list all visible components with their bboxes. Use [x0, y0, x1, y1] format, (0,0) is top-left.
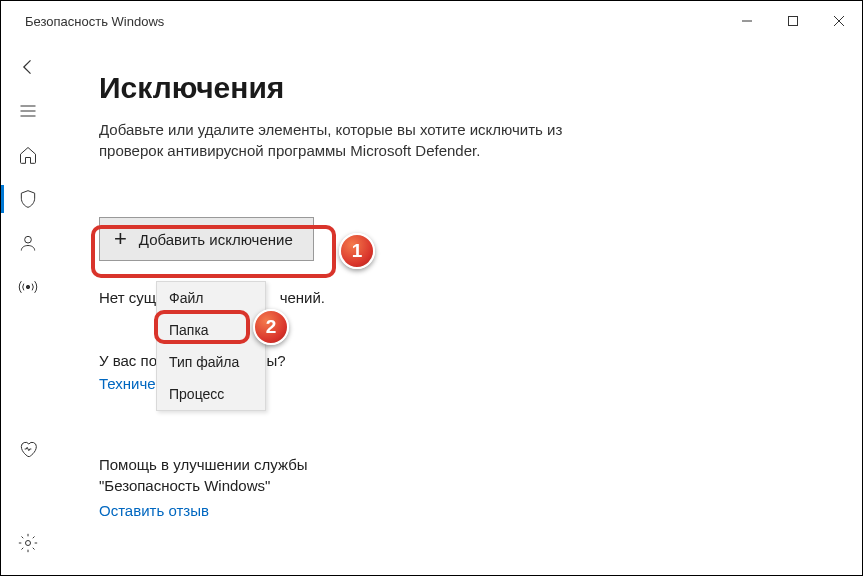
wifi-icon	[18, 277, 38, 297]
add-exclusion-button[interactable]: + Добавить исключение	[99, 217, 314, 261]
sidebar	[1, 41, 55, 575]
shield-icon	[18, 189, 38, 209]
close-button[interactable]	[816, 1, 862, 41]
sidebar-gap	[1, 309, 55, 427]
sidebar-health[interactable]	[1, 427, 55, 471]
annotation-marker-1: 1	[339, 233, 375, 269]
back-arrow-icon	[18, 57, 38, 77]
back-button[interactable]	[1, 45, 55, 89]
sidebar-home[interactable]	[1, 133, 55, 177]
plus-icon: +	[114, 228, 127, 250]
maximize-button[interactable]	[770, 1, 816, 41]
svg-rect-1	[789, 17, 798, 26]
home-icon	[18, 145, 38, 165]
menu-button[interactable]	[1, 89, 55, 133]
minimize-button[interactable]	[724, 1, 770, 41]
sidebar-settings[interactable]	[1, 521, 55, 565]
gear-icon	[18, 533, 38, 553]
sidebar-virus-protection[interactable]	[1, 177, 55, 221]
feedback-label: Помощь в улучшении службы "Безопасность …	[99, 454, 359, 496]
annotation-marker-2: 2	[253, 309, 289, 345]
svg-point-7	[25, 236, 32, 243]
sidebar-firewall[interactable]	[1, 265, 55, 309]
dropdown-file[interactable]: Файл	[157, 282, 265, 314]
svg-point-9	[26, 541, 31, 546]
sidebar-account[interactable]	[1, 221, 55, 265]
add-exclusion-dropdown: Файл Папка Тип файла Процесс	[156, 281, 266, 411]
window-controls	[724, 1, 862, 41]
feedback-link[interactable]: Оставить отзыв	[99, 502, 209, 519]
person-icon	[18, 233, 38, 253]
page-description: Добавьте или удалите элементы, которые в…	[99, 119, 599, 161]
dropdown-filetype[interactable]: Тип файла	[157, 346, 265, 378]
heart-health-icon	[18, 439, 38, 459]
dropdown-process[interactable]: Процесс	[157, 378, 265, 410]
hamburger-icon	[18, 101, 38, 121]
page-title: Исключения	[99, 71, 834, 105]
dropdown-folder[interactable]: Папка	[157, 314, 265, 346]
svg-point-8	[26, 285, 29, 288]
add-button-label: Добавить исключение	[139, 231, 293, 248]
window-title: Безопасность Windows	[25, 14, 164, 29]
